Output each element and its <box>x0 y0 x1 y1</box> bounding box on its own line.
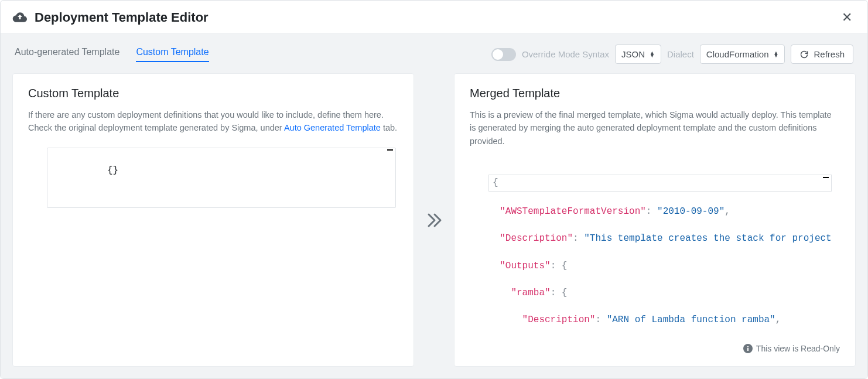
override-mode-label: Override Mode <box>522 49 580 59</box>
refresh-label: Refresh <box>814 49 845 59</box>
refresh-button[interactable]: Refresh <box>791 45 853 64</box>
code-token: "AWSTemplateFormatVersion" <box>500 206 646 217</box>
auto-generated-template-link[interactable]: Auto Generated Template <box>284 123 381 132</box>
sort-icon: ▲▼ <box>774 52 779 57</box>
code-token: : <box>551 288 562 298</box>
dialect-label: Dialect <box>667 49 694 59</box>
merged-template-panel: Merged Template This is a preview of the… <box>454 73 856 367</box>
chevron-double-right-icon <box>424 210 444 230</box>
override-mode-toggle[interactable] <box>491 48 516 61</box>
code-token: : <box>551 261 562 271</box>
svg-rect-2 <box>747 346 749 347</box>
cursor-mark-icon <box>823 177 829 178</box>
svg-rect-1 <box>747 348 749 351</box>
code-token: "Description" <box>500 233 573 244</box>
readonly-text: This view is Read-Only <box>756 344 840 353</box>
code-token: "ARN of Lambda function ramba" <box>607 315 775 325</box>
custom-template-title: Custom Template <box>28 87 398 100</box>
code-token: : <box>646 206 657 217</box>
tabs: Auto-generated Template Custom Template <box>15 47 479 62</box>
code-token: "ramba" <box>511 288 550 298</box>
code-content: {} <box>107 165 118 176</box>
modal-body: Auto-generated Template Custom Template … <box>1 34 867 378</box>
merge-arrow <box>421 73 447 367</box>
cursor-mark-icon <box>387 149 393 151</box>
merged-template-title: Merged Template <box>470 87 840 100</box>
code-token: , <box>775 315 781 325</box>
code-token: : <box>595 315 606 325</box>
dialect-select[interactable]: CloudFormation ▲▼ <box>700 45 785 64</box>
dialect-value: CloudFormation <box>706 49 769 59</box>
cloud-upload-icon <box>12 11 28 24</box>
controls: Override Mode Syntax JSON ▲▼ Dialect Clo… <box>491 45 853 64</box>
code-token: { <box>493 177 498 188</box>
code-token: "Outputs" <box>500 261 550 271</box>
toggle-knob <box>493 49 503 60</box>
modal-title: Deployment Template Editor <box>35 10 838 25</box>
deployment-template-editor-modal: Deployment Template Editor ✕ Auto-genera… <box>0 0 868 379</box>
sort-icon: ▲▼ <box>650 52 655 57</box>
close-button[interactable]: ✕ <box>838 10 856 25</box>
panels: Custom Template If there are any custom … <box>12 73 856 367</box>
syntax-value: JSON <box>621 49 645 59</box>
info-icon <box>743 344 753 353</box>
code-token: { <box>562 261 568 271</box>
code-token: "2010-09-09" <box>657 206 725 217</box>
code-token: , <box>725 206 730 217</box>
modal-header: Deployment Template Editor ✕ <box>1 1 867 34</box>
tab-custom-template[interactable]: Custom Template <box>136 47 209 62</box>
code-token: : <box>573 233 584 244</box>
code-token: "This template creates the stack for pro… <box>584 233 831 244</box>
merged-template-desc: This is a preview of the final merged te… <box>470 108 840 148</box>
syntax-label: Syntax <box>582 49 609 59</box>
topbar: Auto-generated Template Custom Template … <box>12 34 856 73</box>
tab-auto-generated[interactable]: Auto-generated Template <box>15 47 119 62</box>
merged-template-code-viewer: { "AWSTemplateFormatVersion": "2010-09-0… <box>488 161 840 339</box>
syntax-select[interactable]: JSON ▲▼ <box>615 45 661 64</box>
code-token: { <box>562 288 568 298</box>
custom-template-desc: If there are any custom deployment defin… <box>28 108 398 135</box>
desc-text: tab. <box>381 123 397 132</box>
refresh-icon <box>799 50 809 59</box>
readonly-note: This view is Read-Only <box>470 344 840 353</box>
custom-template-panel: Custom Template If there are any custom … <box>12 73 414 367</box>
custom-template-code-editor[interactable]: {} <box>47 148 396 208</box>
code-token: "Description" <box>522 315 596 325</box>
